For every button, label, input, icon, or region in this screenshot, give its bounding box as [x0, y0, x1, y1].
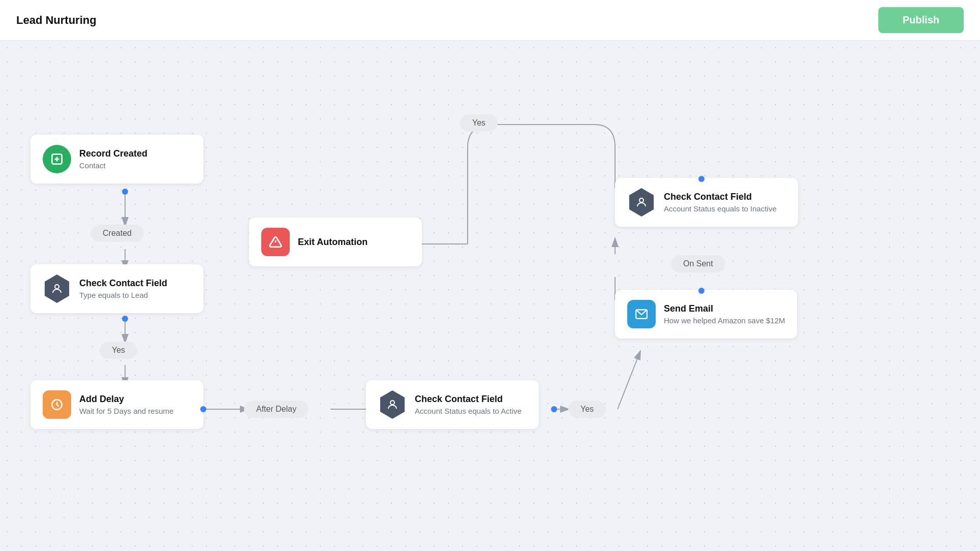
check-field-active-subtitle: Account Status equals to Active [415, 407, 522, 415]
check-field-inactive-subtitle: Account Status equals to Inactive [664, 204, 777, 213]
svg-point-7 [390, 401, 394, 405]
record-created-title: Record Created [79, 148, 147, 159]
add-delay-text: Add Delay Wait for 5 Days and resume [79, 394, 173, 415]
exit-automation-icon [261, 228, 290, 256]
dot-check-active-right [551, 406, 557, 412]
check-field-type-node[interactable]: Check Contact Field Type equals to Lead [30, 264, 203, 313]
line-yes-to-sendemail [618, 351, 640, 409]
dot-check-inactive-top [698, 176, 705, 182]
workflow-canvas: Record Created Contact Created Check Con… [0, 41, 980, 551]
send-email-node[interactable]: Send Email How we helped Amazon save $12… [615, 290, 797, 339]
check-field-inactive-node[interactable]: Check Contact Field Account Status equal… [615, 178, 798, 227]
send-email-text: Send Email How we helped Amazon save $12… [664, 303, 785, 325]
send-email-icon [627, 300, 656, 328]
svg-point-9 [639, 198, 644, 202]
record-created-subtitle: Contact [79, 161, 147, 170]
header: Lead Nurturing Publish [0, 0, 980, 41]
exit-automation-text: Exit Automation [298, 237, 368, 248]
check-field-inactive-title: Check Contact Field [664, 192, 777, 202]
send-email-title: Send Email [664, 303, 785, 314]
check-field-active-title: Check Contact Field [415, 394, 522, 405]
yes-label-3: Yes [460, 114, 498, 132]
check-field-inactive-text: Check Contact Field Account Status equal… [664, 192, 777, 213]
record-created-text: Record Created Contact [79, 148, 147, 170]
dot-record-created-bottom [122, 189, 128, 195]
check-field-type-text: Check Contact Field Type equals to Lead [79, 278, 167, 299]
created-label: Created [90, 225, 144, 242]
publish-button[interactable]: Publish [878, 7, 964, 33]
check-field-type-subtitle: Type equals to Lead [79, 291, 167, 299]
record-created-icon [43, 145, 71, 173]
yes-label-1: Yes [100, 342, 137, 359]
check-field-inactive-icon [627, 188, 656, 217]
add-delay-node[interactable]: Add Delay Wait for 5 Days and resume [30, 380, 203, 429]
dot-delay-right [200, 406, 206, 412]
check-field-type-icon [43, 274, 71, 303]
dot-send-email-top [698, 288, 705, 294]
check-field-type-title: Check Contact Field [79, 278, 167, 289]
exit-automation-title: Exit Automation [298, 237, 368, 248]
add-delay-icon [43, 390, 71, 419]
send-email-subtitle: How we helped Amazon save $12M [664, 316, 785, 325]
record-created-node[interactable]: Record Created Contact [30, 135, 203, 183]
add-delay-title: Add Delay [79, 394, 173, 405]
on-sent-label: On Sent [671, 255, 725, 272]
after-delay-label: After Delay [244, 401, 309, 418]
check-field-active-node[interactable]: Check Contact Field Account Status equal… [366, 380, 539, 429]
exit-automation-node[interactable]: Exit Automation [249, 218, 422, 266]
check-field-active-text: Check Contact Field Account Status equal… [415, 394, 522, 415]
add-delay-subtitle: Wait for 5 Days and resume [79, 407, 173, 415]
dot-check-type-bottom [122, 316, 128, 322]
check-field-active-icon [378, 390, 407, 419]
path-inactive-to-yes [468, 125, 615, 244]
page-title: Lead Nurturing [16, 14, 97, 27]
svg-point-5 [55, 285, 59, 289]
yes-label-2: Yes [568, 401, 606, 418]
